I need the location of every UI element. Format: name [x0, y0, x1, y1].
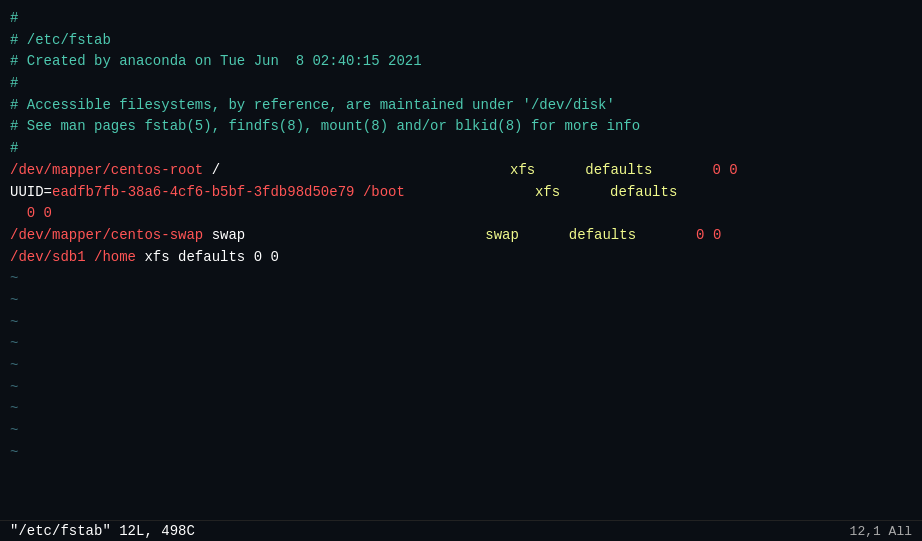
line-4: #	[10, 73, 912, 95]
line-2: # /etc/fstab	[10, 30, 912, 52]
line-11: /dev/mapper/centos-swap swapswapdefaults…	[10, 225, 912, 247]
tilde-8: ~	[10, 420, 912, 442]
statusbar-right: 12,1 All	[850, 524, 912, 539]
line-9: UUID=eadfb7fb-38a6-4cf6-b5bf-3fdb98d50e7…	[10, 182, 912, 204]
tilde-5: ~	[10, 355, 912, 377]
line-12: /dev/sdb1 /home xfs defaults 0 0	[10, 247, 912, 269]
line-10: 0 0	[10, 203, 912, 225]
line-1: #	[10, 8, 912, 30]
line-5: # Accessible filesystems, by reference, …	[10, 95, 912, 117]
tilde-2: ~	[10, 290, 912, 312]
line-7: #	[10, 138, 912, 160]
tilde-9: ~	[10, 442, 912, 464]
status-bar: "/etc/fstab" 12L, 498C 12,1 All	[0, 520, 922, 541]
tilde-3: ~	[10, 312, 912, 334]
tilde-1: ~	[10, 268, 912, 290]
line-8: /dev/mapper/centos-root /xfsdefaults0 0	[10, 160, 912, 182]
tilde-6: ~	[10, 377, 912, 399]
line-6: # See man pages fstab(5), findfs(8), mou…	[10, 116, 912, 138]
tilde-7: ~	[10, 398, 912, 420]
line-3: # Created by anaconda on Tue Jun 8 02:40…	[10, 51, 912, 73]
tilde-4: ~	[10, 333, 912, 355]
terminal-window: # # /etc/fstab # Created by anaconda on …	[0, 0, 922, 541]
statusbar-left: "/etc/fstab" 12L, 498C	[10, 523, 195, 539]
